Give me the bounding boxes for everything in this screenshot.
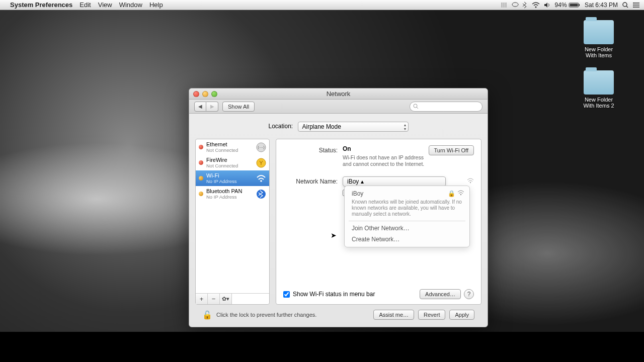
- advanced-button[interactable]: Advanced…: [420, 289, 461, 299]
- volume-icon[interactable]: [544, 2, 551, 8]
- svg-rect-2: [505, 3, 507, 8]
- wifi-icon: [256, 173, 266, 184]
- wifi-icon[interactable]: [532, 2, 540, 8]
- revert-button[interactable]: Revert: [418, 310, 445, 320]
- search-icon: [413, 104, 419, 109]
- search-field[interactable]: [410, 102, 482, 112]
- notification-center-icon[interactable]: [633, 2, 640, 8]
- ethernet-icon: ⟨⋯⟩: [256, 142, 266, 152]
- svg-point-8: [623, 3, 627, 7]
- svg-line-17: [417, 107, 418, 109]
- svg-text:Y: Y: [259, 160, 263, 166]
- svg-rect-1: [503, 3, 505, 8]
- folder-label: New Folder With Items 2: [579, 97, 619, 109]
- show-all-button[interactable]: Show All: [222, 102, 255, 112]
- network-name-value: iBoy: [347, 178, 359, 185]
- svg-point-3: [512, 3, 518, 7]
- help-button[interactable]: ?: [464, 289, 474, 299]
- status-description: Wi-Fi does not have an IP address and ca…: [343, 154, 474, 167]
- location-select[interactable]: Airplane Mode ▴▾: [298, 122, 409, 132]
- forward-button[interactable]: ▶: [206, 102, 218, 112]
- service-status: Not Connected: [206, 147, 253, 153]
- network-name-select[interactable]: iBoy ▴▾: [343, 176, 446, 187]
- svg-point-22: [260, 180, 262, 182]
- service-name: Ethernet: [206, 141, 253, 147]
- network-dropdown[interactable]: iBoy 🔒 Known networks will be joined aut…: [344, 186, 470, 247]
- menu-extra-icon[interactable]: [501, 2, 508, 8]
- service-status: No IP Address: [206, 194, 253, 200]
- folder-icon: [584, 70, 614, 95]
- dropdown-current-network[interactable]: iBoy 🔒: [345, 188, 469, 199]
- menu-window[interactable]: Window: [119, 1, 142, 9]
- svg-point-14: [633, 5, 634, 6]
- window-title: Network: [189, 90, 488, 98]
- bluetooth-icon: [256, 189, 266, 199]
- show-in-menubar-checkbox[interactable]: [283, 291, 290, 298]
- svg-point-23: [257, 190, 266, 199]
- clock[interactable]: Sat 6:43 PM: [585, 2, 618, 9]
- menu-bar: System Preferences Edit View Window Help…: [0, 0, 644, 10]
- wifi-signal-icon: [457, 190, 464, 197]
- battery-status[interactable]: 94%: [555, 2, 581, 9]
- bluetooth-icon[interactable]: [523, 2, 528, 9]
- svg-rect-6: [579, 4, 580, 6]
- network-window: Network ◀ ▶ Show All Location: Airplane …: [189, 88, 488, 327]
- letterbox: [0, 332, 644, 362]
- status-label: Status:: [283, 145, 343, 154]
- chat-icon[interactable]: [512, 2, 519, 8]
- toolbar: ◀ ▶ Show All: [189, 100, 488, 114]
- network-name-label: Network Name:: [283, 176, 343, 185]
- firewire-icon: Y: [256, 158, 266, 168]
- show-in-menubar-label: Show Wi-Fi status in menu bar: [293, 291, 375, 298]
- svg-point-25: [460, 194, 461, 195]
- create-network[interactable]: Create Network…: [345, 234, 469, 245]
- svg-line-9: [626, 6, 628, 8]
- join-other-network[interactable]: Join Other Network…: [345, 223, 469, 234]
- remove-service-button[interactable]: −: [208, 294, 220, 304]
- service-firewire[interactable]: FireWireNot ConnectedY: [196, 155, 269, 170]
- detail-pane: Status: On Turn Wi-Fi Off Wi-Fi does not…: [276, 139, 481, 305]
- svg-point-4: [535, 6, 536, 8]
- service-name: Wi-Fi: [206, 172, 253, 178]
- status-dot-icon: [199, 145, 203, 149]
- svg-point-13: [633, 3, 634, 4]
- folder-label: New Folder With Items: [579, 46, 619, 58]
- wifi-toggle-button[interactable]: Turn Wi-Fi Off: [429, 145, 474, 155]
- app-menu[interactable]: System Preferences: [10, 1, 72, 9]
- battery-percent: 94%: [555, 2, 567, 9]
- service-status: No IP Address: [206, 178, 253, 184]
- menu-help[interactable]: Help: [149, 1, 163, 9]
- svg-rect-0: [501, 3, 503, 8]
- service-actions-button[interactable]: ✿▾: [220, 294, 232, 304]
- folder-icon: [584, 20, 614, 44]
- apply-button[interactable]: Apply: [449, 310, 474, 320]
- service-name: FireWire: [206, 157, 253, 163]
- service-bluetooth-pan[interactable]: Bluetooth PANNo IP Address: [196, 186, 269, 202]
- wifi-signal-icon: [467, 178, 474, 184]
- status-dot-icon: [199, 192, 203, 196]
- svg-point-24: [470, 182, 471, 183]
- status-dot-icon: [199, 160, 203, 165]
- svg-rect-7: [570, 4, 578, 6]
- lock-icon: 🔒: [448, 190, 455, 197]
- svg-point-15: [633, 7, 634, 8]
- desktop-folder[interactable]: New Folder With Items: [579, 20, 619, 58]
- service-name: Bluetooth PAN: [206, 188, 253, 194]
- service-status: Not Connected: [206, 163, 253, 168]
- status-value: On: [343, 145, 351, 152]
- location-value: Airplane Mode: [302, 123, 341, 130]
- desktop-folder[interactable]: New Folder With Items 2: [579, 70, 619, 109]
- service-ethernet[interactable]: EthernetNot Connected⟨⋯⟩: [196, 139, 269, 155]
- titlebar[interactable]: Network: [189, 88, 488, 100]
- service-wi-fi[interactable]: Wi-FiNo IP Address: [196, 170, 269, 186]
- assist-button[interactable]: Assist me…: [373, 310, 414, 320]
- back-button[interactable]: ◀: [194, 102, 206, 112]
- spotlight-icon[interactable]: [622, 2, 629, 9]
- chevron-updown-icon: ▴▾: [404, 123, 406, 131]
- location-label: Location:: [268, 123, 293, 130]
- menu-view[interactable]: View: [98, 1, 112, 9]
- add-service-button[interactable]: +: [196, 294, 208, 304]
- menu-edit[interactable]: Edit: [79, 1, 91, 9]
- status-dot-icon: [199, 176, 203, 180]
- lock-icon[interactable]: 🔓: [202, 310, 212, 320]
